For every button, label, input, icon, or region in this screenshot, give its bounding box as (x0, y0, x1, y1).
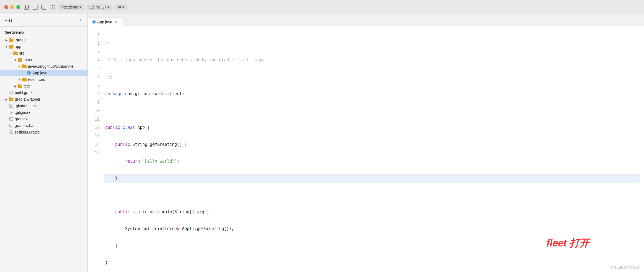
tab-dot (92, 20, 96, 24)
collab-icon: ⊕ (118, 5, 121, 9)
sidebar-item-gitignore[interactable]: .gitignore (0, 109, 87, 116)
code-content[interactable]: /* * This Java source file was generated… (102, 26, 644, 272)
bottom-panel-toggle-icon[interactable] (32, 4, 38, 10)
settings-gradle-label: settings.gradle (15, 130, 40, 134)
apps-icon[interactable] (50, 4, 55, 10)
svg-point-14 (54, 8, 55, 9)
sidebar-item-test[interactable]: ▶ test (0, 83, 87, 89)
folder-icon (22, 77, 27, 82)
sidebar-item-gradlew[interactable]: gradlew (0, 116, 87, 122)
sidebar-item-app[interactable]: ▼ app (0, 43, 87, 50)
sidebar-item-main[interactable]: ▼ main (0, 56, 87, 63)
folder-open-icon (22, 64, 27, 69)
sidebar-item-gradle[interactable]: ▶ .gradle (0, 37, 87, 43)
code-line-13: } (104, 242, 640, 250)
code-line-8: return "Hello World!"; (104, 157, 640, 166)
titlebar: fleetdemo ▾ ⎇ No Git ▾ ⊕ ▾ (0, 0, 644, 14)
sidebar-header: Files + (0, 14, 87, 27)
tab-close-button[interactable]: ✕ (114, 20, 118, 24)
gradle-wrapper-label: gradle/wrapper (15, 97, 40, 101)
sidebar-item-build-gradle[interactable]: build.gradle (0, 89, 87, 96)
build-gradle-label: build.gradle (15, 90, 35, 95)
git-label: No Git (95, 5, 106, 9)
gitignore-label: .gitignore (15, 110, 31, 115)
code-line-9: } (104, 174, 640, 183)
code-line-6: public class App { (104, 123, 640, 132)
chevron-down-icon: ▼ (18, 77, 22, 82)
app-label: app (15, 44, 21, 49)
footer-watermark: @稀土掘金技术社区 (610, 265, 640, 270)
sidebar-item-gradlew-bat[interactable]: gradlew.bat (0, 122, 87, 129)
svg-point-7 (52, 5, 53, 6)
line-numbers: 1 2 3 4 5 6 7 8 9 10 11 12 13 14 15 (88, 26, 102, 272)
test-label: test (24, 84, 30, 88)
chevron-down-icon: ▼ (9, 51, 13, 55)
project-root-label: fleetdemo (4, 30, 24, 35)
gradle-file-icon (9, 90, 14, 95)
svg-rect-2 (33, 5, 37, 9)
sidebar-item-settings-gradle[interactable]: settings.gradle (0, 129, 87, 135)
chevron-down-icon: ▼ (4, 44, 9, 49)
folder-open-icon (9, 44, 14, 49)
main-label: main (24, 58, 32, 62)
tab-app-java[interactable]: App.java ✕ (88, 17, 122, 26)
code-line-1: /* (104, 39, 640, 48)
git-file-icon (9, 103, 14, 108)
gradle-label: .gradle (15, 38, 27, 42)
sidebar-item-gradle-wrapper[interactable]: ▶ gradle/wrapper (0, 96, 87, 103)
svg-point-8 (54, 5, 55, 6)
svg-point-12 (51, 8, 52, 9)
collab-chevron: ▾ (122, 5, 124, 9)
svg-point-10 (52, 7, 53, 7)
svg-point-11 (54, 7, 55, 7)
tab-label: App.java (97, 20, 112, 24)
project-root[interactable]: fleetdemo (0, 28, 87, 37)
code-editor[interactable]: 1 2 3 4 5 6 7 8 9 10 11 12 13 14 15 /* *… (88, 26, 644, 272)
script-file-icon (9, 117, 14, 121)
sidebar-item-app-java[interactable]: J App.java (0, 70, 87, 76)
split-view-icon[interactable] (41, 4, 47, 10)
traffic-lights (4, 5, 20, 9)
code-line-11: public static void main(String[] args) { (104, 208, 640, 216)
gradlew-label: gradlew (15, 117, 28, 121)
minimize-button[interactable] (10, 5, 14, 9)
svg-point-6 (51, 5, 52, 6)
git-ignore-icon (9, 110, 14, 115)
sidebar-item-java-pkg[interactable]: ▼ java/com/github/zxhtom/fle (0, 63, 87, 70)
folder-icon (9, 97, 14, 102)
bat-file-icon (9, 123, 14, 128)
editor-area: App.java ✕ 1 2 3 4 5 6 7 8 9 10 11 12 13… (88, 14, 644, 272)
tab-bar: App.java ✕ (88, 14, 644, 26)
git-chevron: ▾ (107, 5, 109, 9)
collab-selector[interactable]: ⊕ ▾ (115, 4, 127, 10)
project-chevron: ▾ (79, 5, 81, 9)
chevron-right-icon: ▶ (4, 38, 9, 42)
sidebar-item-resources[interactable]: ▼ resources (0, 76, 87, 83)
code-line-5 (104, 107, 640, 115)
maximize-button[interactable] (16, 5, 20, 9)
settings-gradle-icon (9, 130, 14, 135)
java-pkg-label: java/com/github/zxhtom/fle (28, 64, 73, 69)
close-button[interactable] (4, 5, 8, 9)
project-name: fleetdemo (61, 5, 78, 9)
app-java-label: App.java (32, 71, 47, 75)
sidebar-title: Files (4, 18, 13, 22)
resources-label: resources (28, 77, 45, 82)
sidebar-item-gitattributes[interactable]: .gitattributes (0, 103, 87, 109)
svg-rect-0 (24, 5, 29, 9)
code-line-14: } (104, 258, 640, 267)
add-file-button[interactable]: + (78, 18, 83, 23)
sidebar-item-src[interactable]: ▼ src (0, 50, 87, 56)
chevron-right-icon: ▶ (13, 84, 18, 88)
chevron-down-icon: ▼ (18, 64, 22, 69)
folder-icon (18, 84, 22, 89)
code-line-10 (104, 191, 640, 199)
gradlew-bat-label: gradlew.bat (15, 123, 35, 128)
code-line-7: public String getGreeting() { (104, 140, 640, 149)
git-selector[interactable]: ⎇ No Git ▾ (87, 4, 112, 10)
sidebar-toggle-icon[interactable] (24, 4, 29, 10)
svg-point-13 (52, 8, 53, 9)
svg-point-9 (51, 7, 52, 7)
code-line-4: package com.github.zxhtom.fleet; (104, 90, 640, 98)
project-selector[interactable]: fleetdemo ▾ (59, 4, 84, 10)
